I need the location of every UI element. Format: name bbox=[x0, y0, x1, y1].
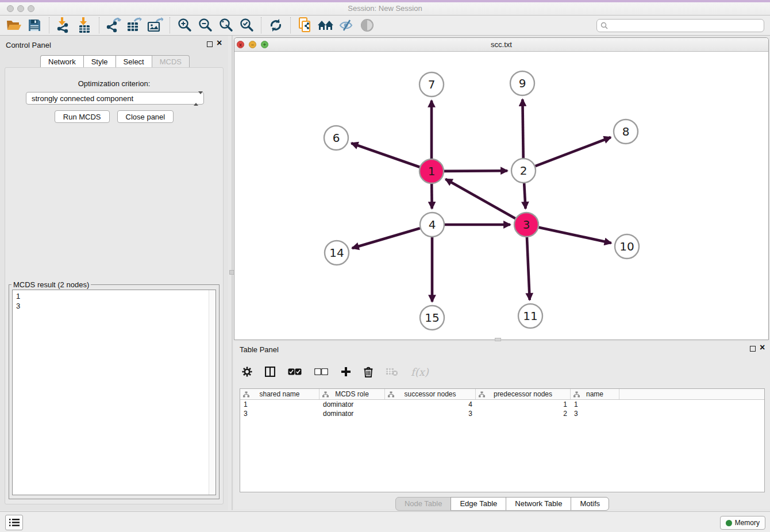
control-panel-tabs: Network Style Select MCDS bbox=[40, 55, 189, 68]
node-table-header: shared nameMCDS rolesuccessor nodesprede… bbox=[240, 389, 764, 400]
save-session-button[interactable] bbox=[24, 16, 45, 34]
sphere-button[interactable] bbox=[357, 16, 378, 34]
network-graph-canvas[interactable]: 1234678910111415 bbox=[234, 52, 768, 340]
table-cell[interactable]: 1 bbox=[476, 400, 571, 409]
column-header-successor-nodes[interactable]: successor nodes bbox=[385, 389, 476, 399]
column-header-MCDS-role[interactable]: MCDS role bbox=[319, 389, 385, 399]
graph-node-1[interactable]: 1 bbox=[419, 159, 444, 183]
graph-node-11[interactable]: 11 bbox=[518, 304, 542, 328]
table-cell[interactable]: 4 bbox=[385, 400, 476, 409]
column-type-icon bbox=[243, 391, 249, 398]
table-panel-tabs: Node Table Edge Table Network Table Moti… bbox=[234, 497, 770, 511]
run-mcds-button[interactable]: Run MCDS bbox=[55, 110, 110, 123]
column-view-button[interactable] bbox=[265, 367, 275, 377]
table-cell[interactable]: 3 bbox=[571, 409, 619, 418]
hide-panel-button[interactable] bbox=[336, 16, 357, 34]
delete-column-button[interactable] bbox=[364, 367, 373, 377]
table-row[interactable]: 1dominator411 bbox=[240, 400, 764, 409]
graph-node-4[interactable]: 4 bbox=[420, 213, 444, 237]
graph-node-7[interactable]: 7 bbox=[419, 72, 444, 97]
graph-node-14[interactable]: 14 bbox=[325, 241, 349, 265]
refresh-button[interactable] bbox=[265, 16, 286, 34]
graph-edge-1-2[interactable] bbox=[444, 171, 507, 171]
graph-node-15[interactable]: 15 bbox=[420, 306, 444, 330]
graph-edge-2-3[interactable] bbox=[524, 183, 525, 209]
task-history-button[interactable] bbox=[5, 515, 23, 530]
graph-edge-3-11[interactable] bbox=[527, 237, 530, 300]
graph-node-10[interactable]: 10 bbox=[615, 234, 639, 259]
tab-network-table[interactable]: Network Table bbox=[506, 497, 571, 511]
network-window-titlebar[interactable]: x − + scc.txt bbox=[234, 38, 768, 52]
table-panel-close-icon[interactable]: × bbox=[760, 342, 765, 353]
import-table-button[interactable] bbox=[74, 16, 95, 34]
svg-text:2: 2 bbox=[520, 164, 528, 178]
table-cell[interactable]: dominator bbox=[319, 409, 385, 418]
control-panel-float-icon[interactable] bbox=[207, 41, 213, 47]
function-builder-icon[interactable]: f(x) bbox=[411, 366, 429, 378]
export-table-button[interactable] bbox=[124, 16, 145, 34]
table-cell[interactable]: dominator bbox=[319, 400, 385, 409]
column-type-icon bbox=[479, 391, 485, 398]
zoom-out-button[interactable] bbox=[195, 16, 215, 34]
open-session-button[interactable] bbox=[3, 16, 24, 34]
graph-edge-4-14[interactable] bbox=[352, 228, 420, 248]
graph-edge-3-10[interactable] bbox=[538, 228, 611, 243]
clone-network-icon bbox=[298, 17, 313, 33]
table-cell[interactable]: 3 bbox=[240, 409, 319, 418]
graph-node-9[interactable]: 9 bbox=[510, 71, 534, 95]
tab-node-table[interactable]: Node Table bbox=[395, 497, 452, 511]
export-image-button[interactable] bbox=[145, 16, 165, 34]
column-header-shared-name[interactable]: shared name bbox=[240, 389, 319, 399]
checked-boxes-icon bbox=[288, 368, 302, 375]
node-table[interactable]: shared nameMCDS rolesuccessor nodesprede… bbox=[240, 388, 765, 492]
column-header-predecessor-nodes[interactable]: predecessor nodes bbox=[476, 389, 571, 399]
graph-node-3[interactable]: 3 bbox=[514, 213, 538, 237]
graph-edge-1-6[interactable] bbox=[351, 143, 419, 167]
control-panel-close-icon[interactable]: × bbox=[217, 38, 222, 48]
table-panel-float-icon[interactable] bbox=[750, 346, 756, 352]
zoom-in-button[interactable] bbox=[174, 16, 195, 34]
home-layout-button[interactable] bbox=[315, 16, 336, 34]
graph-node-2[interactable]: 2 bbox=[511, 159, 536, 183]
tab-motifs[interactable]: Motifs bbox=[571, 497, 609, 511]
zoom-fit-button[interactable] bbox=[215, 16, 236, 34]
delete-table-button[interactable] bbox=[386, 367, 398, 376]
column-header-name[interactable]: name bbox=[571, 389, 619, 399]
zoom-selected-button[interactable] bbox=[236, 16, 257, 34]
graph-edge-2-9[interactable] bbox=[522, 99, 523, 158]
table-cell[interactable]: 1 bbox=[240, 400, 319, 409]
window-title: Session: New Session bbox=[0, 4, 770, 13]
tab-style[interactable]: Style bbox=[83, 55, 116, 68]
toolbar-separator bbox=[99, 17, 99, 33]
tab-edge-table[interactable]: Edge Table bbox=[451, 497, 506, 511]
export-network-button[interactable] bbox=[103, 16, 124, 34]
graph-node-6[interactable]: 6 bbox=[324, 126, 348, 150]
tab-select[interactable]: Select bbox=[116, 55, 152, 68]
graph-edge-3-1[interactable] bbox=[445, 179, 515, 218]
select-all-button[interactable] bbox=[288, 368, 302, 375]
table-toolbar: f(x) bbox=[242, 361, 429, 383]
add-column-button[interactable] bbox=[341, 367, 351, 377]
table-row[interactable]: 3dominator323 bbox=[240, 409, 764, 418]
settings-gear-button[interactable] bbox=[242, 367, 252, 377]
tab-network[interactable]: Network bbox=[40, 55, 84, 68]
import-network-button[interactable] bbox=[53, 16, 74, 34]
deselect-all-button[interactable] bbox=[314, 368, 328, 375]
table-cell[interactable]: 1 bbox=[571, 400, 619, 409]
graph-edge-2-8[interactable] bbox=[536, 137, 611, 166]
memory-status-icon bbox=[726, 520, 732, 526]
horizontal-splitter-grip[interactable] bbox=[495, 338, 501, 341]
tab-mcds[interactable]: MCDS bbox=[152, 55, 190, 68]
mcds-result-scrollbar[interactable] bbox=[209, 290, 215, 495]
table-cell[interactable]: 2 bbox=[476, 409, 571, 418]
memory-button[interactable]: Memory bbox=[720, 516, 765, 530]
svg-text:10: 10 bbox=[619, 240, 634, 253]
criterion-dropdown[interactable]: strongly connected component bbox=[26, 92, 204, 105]
table-cell[interactable]: 3 bbox=[385, 409, 476, 418]
search-input[interactable] bbox=[596, 19, 764, 32]
mcds-result-textarea[interactable]: 1 3 bbox=[12, 290, 216, 495]
clone-network-button[interactable] bbox=[295, 16, 315, 34]
memory-label: Memory bbox=[735, 519, 760, 527]
close-panel-button[interactable]: Close panel bbox=[117, 110, 174, 123]
graph-node-8[interactable]: 8 bbox=[614, 119, 638, 144]
